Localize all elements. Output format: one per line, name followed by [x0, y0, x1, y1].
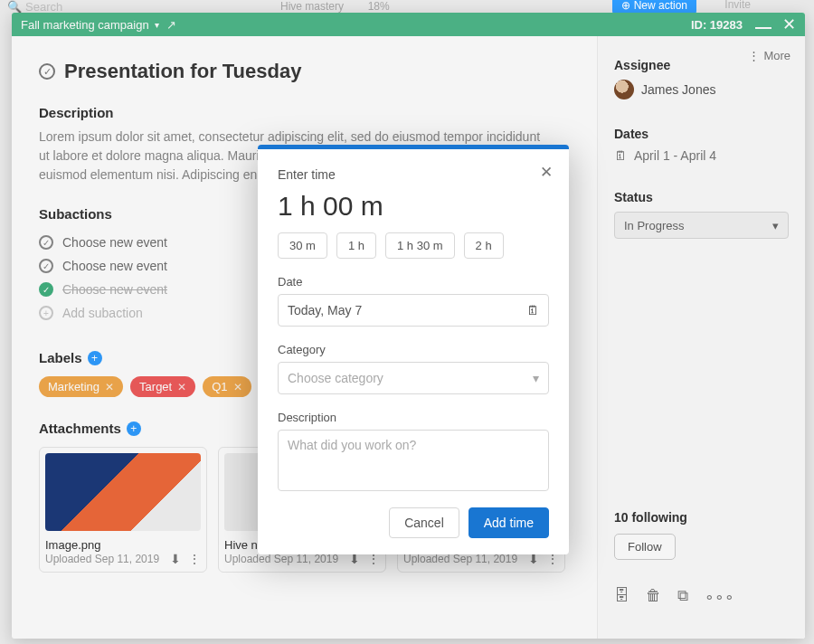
invite-button[interactable]: Invite	[724, 0, 751, 11]
add-time-button[interactable]: Add time	[469, 507, 549, 538]
category-placeholder: Choose category	[288, 371, 383, 385]
time-display: 1 h 00 m	[278, 191, 549, 222]
description-textarea[interactable]: What did you work on?	[278, 430, 549, 491]
enter-time-modal: ✕ Enter time 1 h 00 m 30 m 1 h 1 h 30 m …	[258, 145, 569, 554]
close-modal-button[interactable]: ✕	[540, 163, 553, 182]
search-icon: 🔍	[7, 0, 22, 14]
date-label: Date	[278, 275, 549, 289]
time-presets: 30 m 1 h 1 h 30 m 2 h	[278, 232, 549, 259]
preset-1h30m[interactable]: 1 h 30 m	[385, 232, 455, 259]
hive-mastery-label: Hive mastery 18%	[280, 0, 390, 13]
preset-1h[interactable]: 1 h	[336, 232, 376, 259]
category-label: Category	[278, 343, 549, 356]
description-placeholder: What did you work on?	[288, 438, 416, 452]
category-select[interactable]: Choose category ▾	[278, 362, 549, 394]
calendar-icon: 🗓	[526, 303, 539, 317]
modal-description-label: Description	[278, 411, 549, 424]
background-app-bar: 🔍 Search Hive mastery 18% ⊕ New action I…	[0, 0, 814, 13]
chevron-down-icon: ▾	[533, 371, 539, 385]
date-value: Today, May 7	[288, 303, 362, 317]
date-input[interactable]: Today, May 7 🗓	[278, 294, 549, 327]
search-placeholder: Search	[25, 0, 62, 14]
preset-2h[interactable]: 2 h	[464, 232, 504, 259]
preset-30m[interactable]: 30 m	[278, 232, 327, 259]
task-panel: Fall marketing campaign ▾ ↗ ID: 19283 ✕ …	[12, 13, 805, 639]
cancel-button[interactable]: Cancel	[389, 507, 459, 538]
modal-title: Enter time	[278, 167, 549, 182]
